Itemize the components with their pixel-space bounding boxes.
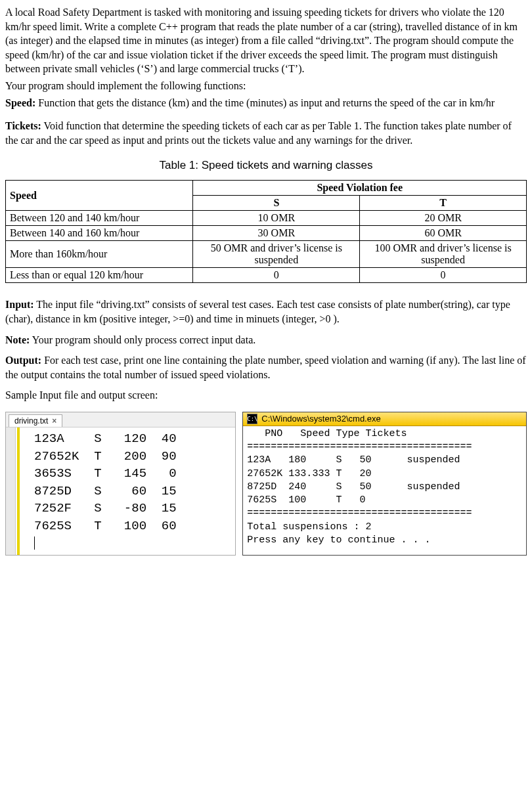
- editor-window: driving.txt × 123A S 120 40 27652K T 200…: [5, 412, 236, 556]
- tickets-label: Tickets:: [5, 120, 41, 131]
- change-marker: [17, 427, 20, 555]
- tickets-text: Void function that determine the speedin…: [5, 120, 512, 146]
- tab-label: driving.txt: [14, 416, 48, 426]
- samples-row: driving.txt × 123A S 120 40 27652K T 200…: [5, 412, 527, 556]
- speed-label: Speed:: [5, 97, 35, 108]
- table-row: Less than or equal 120 km/hour 0 0: [6, 268, 527, 283]
- note-text: Your program should only process correct…: [30, 334, 255, 345]
- close-icon[interactable]: ×: [52, 416, 56, 426]
- speed-text: Function that gets the distance (km) and…: [35, 97, 495, 108]
- output-label: Output:: [5, 355, 41, 366]
- text-cursor: [34, 536, 35, 550]
- tickets-paragraph: Tickets: Void function that determine th…: [5, 119, 527, 147]
- editor-tabs: driving.txt ×: [6, 412, 235, 427]
- editor-marker-column: [16, 427, 30, 555]
- console-titlebar: C:\ C:\Windows\system32\cmd.exe: [243, 412, 526, 426]
- input-text: The input file “driving.txt” consists of…: [5, 299, 510, 324]
- problem-statement: A local Road Safety Department is tasked…: [5, 5, 527, 110]
- note-label: Note:: [5, 334, 30, 345]
- paragraph: A local Road Safety Department is tasked…: [5, 5, 527, 76]
- cmd-icon: C:\: [247, 414, 257, 424]
- output-text: For each test case, print one line conta…: [5, 355, 526, 380]
- input-label: Input:: [5, 299, 34, 310]
- io-section: Input: The input file “driving.txt” cons…: [5, 297, 527, 403]
- table-col-s: S: [193, 196, 360, 211]
- table-row: Between 120 and 140 km/hour 10 OMR 20 OM…: [6, 211, 527, 226]
- table-head-speed: Speed: [6, 181, 193, 211]
- console-window: C:\ C:\Windows\system32\cmd.exe PNO Spee…: [242, 412, 527, 556]
- table-head-fee: Speed Violation fee: [193, 181, 527, 196]
- editor-gutter: [6, 427, 16, 555]
- paragraph: Speed: Function that gets the distance (…: [5, 96, 527, 110]
- editor-content[interactable]: 123A S 120 40 27652K T 200 90 3653S T 14…: [30, 427, 235, 555]
- console-title-text: C:\Windows\system32\cmd.exe: [261, 414, 380, 424]
- paragraph: Your program should implement the follow…: [5, 79, 527, 93]
- sample-label: Sample Input file and output screen:: [5, 388, 527, 403]
- table-row: More than 160km/hour 50 OMR and driver’s…: [6, 241, 527, 268]
- table-row: Between 140 and 160 km/hour 30 OMR 60 OM…: [6, 226, 527, 241]
- console-output: PNO Speed Type Tickets =================…: [243, 426, 526, 555]
- table-col-t: T: [360, 196, 527, 211]
- table-caption: Table 1: Speed tickets and warning class…: [5, 159, 527, 172]
- editor-body: 123A S 120 40 27652K T 200 90 3653S T 14…: [6, 427, 235, 555]
- tab-driving-txt[interactable]: driving.txt ×: [9, 414, 62, 427]
- fee-table: Speed Speed Violation fee S T Between 12…: [5, 180, 527, 283]
